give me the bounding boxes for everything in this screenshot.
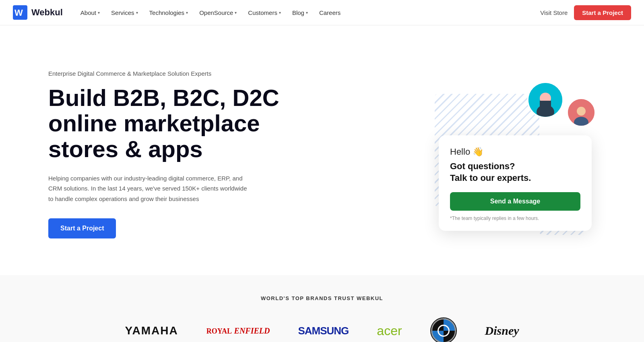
nav-services-label: Services [111,9,134,16]
bmw-outer-ring [431,318,456,342]
samsung-logo: SAMSUNG [298,325,349,337]
nav-blog-label: Blog [292,9,304,16]
navbar: W Webkul About ▾ Services ▾ Technologies… [0,0,644,25]
nav-blog[interactable]: Blog ▾ [287,6,313,19]
brand-disney: Disney [485,324,519,338]
brands-row: YAMAHA ROYAL ENFIELD SAMSUNG acer Disney [32,317,612,342]
logo[interactable]: W Webkul [13,5,63,20]
nav-left: W Webkul About ▾ Services ▾ Technologies… [13,5,345,20]
about-chevron-icon: ▾ [98,10,100,15]
logo-text: Webkul [31,7,63,18]
chat-card: Hello 👋 Got questions?Talk to our expert… [439,135,592,231]
blog-chevron-icon: ▾ [306,10,308,15]
services-chevron-icon: ▾ [136,10,138,15]
royal-enfield-logo: ROYAL ENFIELD [206,325,270,336]
nav-customers[interactable]: Customers ▾ [243,6,286,19]
svg-point-7 [577,107,586,116]
start-project-nav-button[interactable]: Start a Project [574,5,631,20]
visit-store-link[interactable]: Visit Store [540,9,568,16]
nav-about[interactable]: About ▾ [76,6,105,19]
brand-acer: acer [377,323,402,338]
svg-rect-5 [540,101,551,113]
chat-note: *The team typically replies in a few hou… [450,216,580,221]
hero-section: Enterprise Digital Commerce & Marketplac… [0,25,644,275]
yamaha-logo: YAMAHA [125,324,178,337]
bmw-logo [430,317,457,342]
chat-greeting: Hello 👋 [450,147,580,157]
technologies-chevron-icon: ▾ [186,10,188,15]
hero-subtitle: Enterprise Digital Commerce & Marketplac… [48,70,279,77]
hero-title: Build B2B, B2C, D2Conline marketplacesto… [48,85,279,162]
hero-illustration: Hello 👋 Got questions?Talk to our expert… [427,70,596,239]
nav-right: Visit Store Start a Project [540,5,631,20]
nav-links: About ▾ Services ▾ Technologies ▾ OpenSo… [76,6,345,19]
webkul-logo-icon: W [13,5,27,20]
nav-technologies-label: Technologies [149,9,185,16]
svg-text:W: W [14,8,23,18]
chat-title: Got questions?Talk to our experts. [450,160,580,184]
avatar-face-1 [528,83,562,117]
send-message-button[interactable]: Send a Message [450,192,580,211]
nav-customers-label: Customers [248,9,277,16]
avatar-2 [567,98,596,127]
brand-yamaha: YAMAHA [125,324,178,337]
brand-royal-enfield: ROYAL ENFIELD [206,325,270,336]
nav-careers[interactable]: Careers [314,6,345,19]
opensource-chevron-icon: ▾ [235,10,237,15]
brand-samsung: SAMSUNG [298,325,349,337]
brand-bmw [430,317,457,342]
nav-opensource-label: OpenSource [199,9,233,16]
avatar-face-2 [568,99,594,126]
nav-technologies[interactable]: Technologies ▾ [144,6,193,19]
hero-cta-button[interactable]: Start a Project [48,218,116,238]
brands-label: WORLD'S TOP BRANDS TRUST WEBKUL [32,295,612,301]
nav-services[interactable]: Services ▾ [106,6,143,19]
nav-careers-label: Careers [319,9,341,16]
disney-logo: Disney [485,324,519,338]
hero-content: Enterprise Digital Commerce & Marketplac… [48,70,279,239]
hero-description: Helping companies with our industry-lead… [48,173,250,204]
customers-chevron-icon: ▾ [279,10,281,15]
avatar-1 [527,82,564,118]
nav-about-label: About [80,9,96,16]
brands-section: WORLD'S TOP BRANDS TRUST WEBKUL YAMAHA R… [0,275,644,342]
acer-logo: acer [377,323,402,338]
nav-opensource[interactable]: OpenSource ▾ [194,6,242,19]
